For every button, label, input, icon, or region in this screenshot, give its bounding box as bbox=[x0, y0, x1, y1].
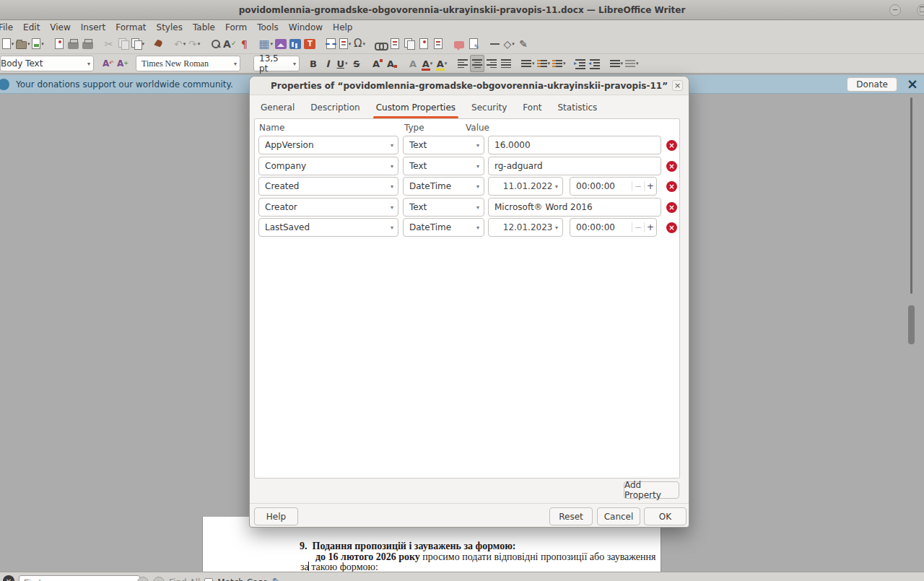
undo-button[interactable]: ↶▾ bbox=[173, 35, 187, 53]
font-color-button[interactable]: A▾ bbox=[420, 55, 435, 72]
property-name-combo[interactable]: Creator▾ bbox=[258, 198, 398, 217]
menu-table[interactable]: Table bbox=[188, 22, 220, 32]
menu-file[interactable]: File bbox=[0, 22, 18, 32]
align-left-button[interactable] bbox=[456, 55, 470, 72]
time-increment-button[interactable]: + bbox=[644, 181, 656, 191]
bookmark-button[interactable] bbox=[431, 35, 445, 53]
cut-button[interactable]: ✂ bbox=[102, 35, 116, 53]
property-name-combo[interactable]: Created▾ bbox=[258, 177, 398, 196]
line-spacing-button[interactable]: ▾ bbox=[624, 55, 640, 72]
tab-custom-properties[interactable]: Custom Properties bbox=[376, 97, 456, 118]
copy-button[interactable] bbox=[116, 35, 131, 53]
time-decrement-button[interactable]: − bbox=[632, 222, 644, 232]
superscript-button[interactable]: A bbox=[370, 55, 385, 72]
cross-reference-button[interactable] bbox=[417, 35, 431, 53]
find-replace-button[interactable] bbox=[208, 35, 222, 53]
track-changes-button[interactable] bbox=[466, 35, 481, 53]
dialog-titlebar[interactable]: Properties of “povidomlennia-gromadske-o… bbox=[250, 77, 689, 95]
menu-help[interactable]: Help bbox=[328, 22, 357, 32]
property-time-field[interactable]: 00:00:00 −+ bbox=[570, 177, 657, 196]
freeform-line-button[interactable]: ✎ bbox=[516, 35, 531, 53]
underline-button[interactable]: U▾ bbox=[335, 55, 349, 72]
add-property-button[interactable]: Add Property bbox=[624, 481, 679, 499]
property-type-combo[interactable]: DateTime▾ bbox=[403, 218, 484, 237]
insert-chart-button[interactable] bbox=[288, 35, 302, 53]
delete-property-button[interactable]: × bbox=[666, 140, 677, 151]
tab-general[interactable]: General bbox=[261, 97, 295, 118]
find-next-button[interactable] bbox=[153, 577, 165, 581]
delete-property-button[interactable]: × bbox=[666, 161, 677, 172]
property-value-input[interactable] bbox=[488, 157, 661, 175]
cancel-button[interactable]: Cancel bbox=[597, 507, 640, 525]
delete-property-button[interactable]: × bbox=[666, 222, 677, 233]
export-pdf-button[interactable] bbox=[52, 35, 66, 53]
vertical-scrollbar-thumb[interactable] bbox=[908, 305, 915, 344]
restore-button[interactable]: ❒ bbox=[917, 4, 924, 16]
time-increment-button[interactable]: + bbox=[644, 222, 656, 232]
property-type-combo[interactable]: Text▾ bbox=[403, 157, 484, 175]
bullet-list-button[interactable]: ▾ bbox=[520, 55, 536, 72]
tab-security[interactable]: Security bbox=[471, 97, 507, 118]
save-button[interactable]: ▾ bbox=[31, 35, 45, 53]
bold-button[interactable]: B bbox=[306, 55, 321, 72]
insert-field-button[interactable]: ▾ bbox=[338, 35, 352, 53]
font-name-combo[interactable]: Times New Roman ▾ bbox=[136, 56, 240, 71]
tab-font[interactable]: Font bbox=[523, 97, 541, 118]
hyperlink-button[interactable] bbox=[373, 35, 388, 53]
italic-button[interactable]: I bbox=[321, 55, 335, 72]
match-case-checkbox[interactable] bbox=[204, 578, 213, 581]
property-time-field[interactable]: 00:00:00 −+ bbox=[570, 218, 657, 237]
property-date-combo[interactable]: 11.01.2022▾ bbox=[488, 177, 563, 196]
increase-indent-button[interactable] bbox=[573, 55, 588, 72]
property-value-input[interactable] bbox=[488, 198, 661, 217]
ok-button[interactable]: OK bbox=[644, 507, 687, 525]
special-character-button[interactable]: Ω▾ bbox=[352, 35, 367, 53]
insert-image-button[interactable] bbox=[274, 35, 288, 53]
clone-formatting-button[interactable] bbox=[152, 35, 166, 53]
property-type-combo[interactable]: Text▾ bbox=[403, 136, 484, 154]
spelling-button[interactable]: A✓ bbox=[222, 35, 237, 53]
outline-list-button[interactable]: ▾ bbox=[551, 55, 567, 72]
delete-property-button[interactable]: × bbox=[666, 181, 677, 192]
insert-textbox-button[interactable]: T bbox=[302, 35, 317, 53]
print-preview-button[interactable] bbox=[81, 35, 95, 53]
find-previous-button[interactable] bbox=[137, 577, 149, 581]
paragraph-style-combo[interactable]: Body Text ▾ bbox=[0, 56, 94, 71]
footnote-button[interactable] bbox=[388, 35, 402, 53]
menu-insert[interactable]: Insert bbox=[76, 22, 110, 32]
menu-format[interactable]: Format bbox=[110, 22, 151, 32]
vertical-scrollbar-track[interactable] bbox=[910, 97, 912, 294]
align-center-button[interactable] bbox=[470, 55, 484, 72]
menu-window[interactable]: Window bbox=[284, 22, 328, 32]
menu-form[interactable]: Form bbox=[220, 22, 252, 32]
redo-button[interactable]: ↷▾ bbox=[187, 35, 201, 53]
page-break-button[interactable] bbox=[323, 35, 338, 53]
basic-shapes-button[interactable]: ◇▾ bbox=[502, 35, 516, 53]
time-decrement-button[interactable]: − bbox=[632, 181, 644, 191]
find-input[interactable] bbox=[19, 575, 140, 581]
numbered-list-button[interactable]: ▾ bbox=[536, 55, 552, 72]
paste-button[interactable]: ▾ bbox=[131, 35, 146, 53]
find-and-replace-icon[interactable]: ✎ bbox=[272, 575, 281, 581]
property-type-combo[interactable]: DateTime▾ bbox=[403, 177, 484, 196]
update-style-button[interactable]: A↶ bbox=[101, 55, 116, 72]
new-document-button[interactable]: ▾ bbox=[1, 35, 15, 53]
paragraph-spacing-button[interactable]: ▾ bbox=[609, 55, 624, 72]
clear-formatting-button[interactable]: A bbox=[406, 55, 420, 72]
subscript-button[interactable]: A bbox=[385, 55, 399, 72]
font-size-combo[interactable]: 13,5 pt ▾ bbox=[253, 56, 300, 71]
align-right-button[interactable] bbox=[484, 55, 499, 72]
reset-button[interactable]: Reset bbox=[549, 507, 593, 525]
delete-property-button[interactable]: × bbox=[666, 202, 677, 213]
justify-button[interactable] bbox=[499, 55, 513, 72]
tab-description[interactable]: Description bbox=[310, 97, 359, 118]
notification-close-icon[interactable]: × bbox=[907, 76, 918, 92]
tab-statistics[interactable]: Statistics bbox=[558, 97, 598, 118]
help-button[interactable]: Help bbox=[254, 507, 298, 525]
endnote-button[interactable] bbox=[402, 35, 417, 53]
menu-view[interactable]: View bbox=[45, 22, 75, 32]
donate-button[interactable]: Donate bbox=[847, 77, 897, 92]
dialog-close-button[interactable]: × bbox=[672, 80, 683, 91]
open-button[interactable]: ▾ bbox=[15, 35, 31, 53]
decrease-indent-button[interactable] bbox=[588, 55, 602, 72]
